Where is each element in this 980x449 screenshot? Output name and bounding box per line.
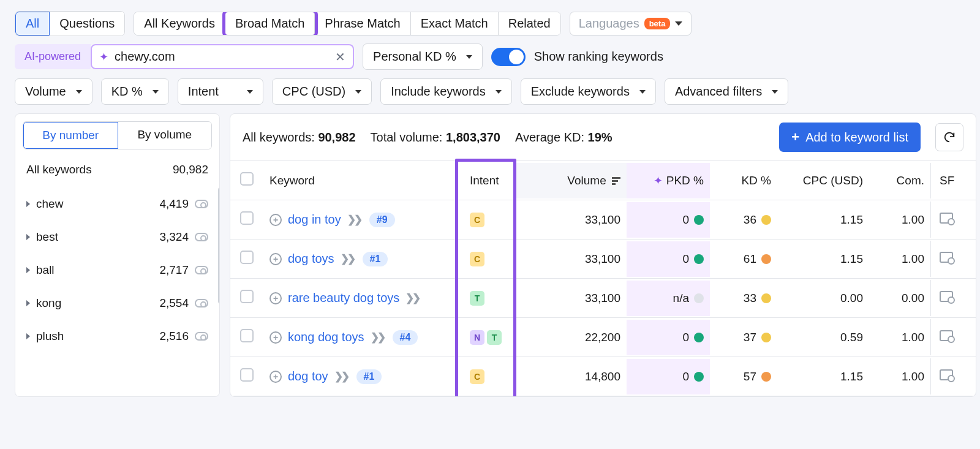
keyword-link[interactable]: dog toy: [288, 369, 328, 383]
chevron-down-icon: [247, 90, 253, 94]
cell-cpc: 1.15: [777, 241, 869, 277]
serp-features-icon[interactable]: [940, 213, 953, 224]
languages-label: Languages: [579, 17, 639, 31]
show-ranking-toggle[interactable]: [491, 48, 526, 66]
tab-all-keywords[interactable]: All Keywords: [134, 12, 225, 35]
expand-icon[interactable]: +: [270, 253, 282, 265]
sidebar-tab-by-volume[interactable]: By volume: [118, 122, 212, 149]
tab-broad-match[interactable]: Broad Match: [225, 12, 315, 35]
row-checkbox[interactable]: [240, 211, 254, 225]
eye-icon[interactable]: [195, 299, 208, 308]
keyword-groups-sidebar: By number By volume All keywords 90,982 …: [15, 113, 220, 397]
row-checkbox[interactable]: [240, 329, 254, 342]
col-keyword[interactable]: Keyword: [263, 163, 458, 198]
row-checkbox[interactable]: [240, 251, 254, 264]
sidebar-item-count: 2,516: [159, 330, 189, 343]
filter-include[interactable]: Include keywords: [380, 78, 512, 105]
eye-icon[interactable]: [195, 200, 208, 208]
expand-icon[interactable]: +: [270, 292, 282, 304]
filter-volume[interactable]: Volume: [15, 78, 92, 105]
sidebar-item-term: kong: [36, 296, 153, 310]
open-icon[interactable]: ❯❯: [371, 331, 384, 344]
open-icon[interactable]: ❯❯: [405, 292, 419, 304]
col-sf[interactable]: SF: [930, 163, 976, 198]
keyword-link[interactable]: rare beauty dog toys: [288, 291, 399, 305]
eye-icon[interactable]: [195, 266, 208, 274]
cell-kd: 33: [710, 281, 777, 316]
domain-input[interactable]: [115, 50, 329, 64]
sidebar-item[interactable]: chew 4,419: [21, 187, 213, 221]
col-cpc[interactable]: CPC (USD): [777, 163, 869, 198]
keyword-link[interactable]: kong dog toys: [288, 330, 364, 344]
col-intent[interactable]: Intent: [458, 163, 516, 198]
sidebar-item[interactable]: ball 2,717: [21, 254, 213, 287]
filters-toolbar: Volume KD % Intent CPC (USD) Include key…: [0, 76, 980, 113]
sidebar-scrollbar[interactable]: [218, 187, 220, 304]
filter-advanced[interactable]: Advanced filters: [665, 78, 788, 105]
intent-badge-t: T: [487, 330, 502, 345]
tab-all[interactable]: All: [15, 12, 50, 36]
row-checkbox[interactable]: [240, 290, 254, 303]
sidebar-item[interactable]: kong 2,554: [21, 287, 213, 320]
kd-dot: [761, 333, 771, 342]
intent-badge-t: T: [470, 291, 484, 306]
sidebar-tab-by-number[interactable]: By number: [23, 122, 118, 149]
serp-features-icon[interactable]: [940, 330, 953, 341]
table-row: + kong dog toys ❯❯ #4 NT 22,200 0 37 0.5…: [230, 318, 976, 357]
expand-icon[interactable]: +: [270, 371, 282, 383]
chevron-down-icon: [639, 90, 646, 94]
tab-questions[interactable]: Questions: [50, 12, 124, 36]
filter-exclude[interactable]: Exclude keywords: [521, 78, 656, 105]
sparkle-icon: ✦: [99, 50, 108, 64]
kd-dot: [761, 293, 771, 303]
personal-kd-dropdown[interactable]: Personal KD %: [363, 43, 483, 70]
eye-icon[interactable]: [195, 233, 208, 241]
serp-features-icon[interactable]: [940, 252, 953, 263]
row-checkbox[interactable]: [240, 368, 254, 382]
expand-icon[interactable]: +: [270, 331, 282, 344]
sidebar-item[interactable]: plush 2,516: [21, 320, 213, 353]
cell-cpc: 1.15: [777, 359, 869, 394]
cell-kd: 37: [710, 320, 777, 355]
col-pkd[interactable]: ✦ PKD %: [627, 163, 710, 198]
kd-dot: [761, 254, 771, 264]
clear-icon[interactable]: ✕: [335, 50, 345, 64]
filter-cpc[interactable]: CPC (USD): [272, 78, 372, 105]
tab-exact-match[interactable]: Exact Match: [411, 12, 499, 35]
filter-intent[interactable]: Intent: [178, 78, 263, 105]
open-icon[interactable]: ❯❯: [347, 213, 361, 226]
col-volume[interactable]: Volume: [516, 163, 627, 198]
cell-pkd: 0: [627, 241, 710, 277]
chevron-down-icon: [355, 90, 361, 94]
cell-com: 1.00: [869, 241, 930, 277]
sidebar-item-term: chew: [36, 197, 153, 211]
refresh-button[interactable]: [935, 123, 963, 151]
tab-phrase-match[interactable]: Phrase Match: [315, 12, 410, 35]
serp-features-icon[interactable]: [940, 291, 953, 302]
expand-icon[interactable]: +: [270, 214, 282, 226]
serp-features-icon[interactable]: [940, 369, 953, 380]
chevron-down-icon: [153, 90, 159, 94]
keyword-link[interactable]: dog in toy: [288, 213, 341, 227]
cell-cpc: 1.15: [777, 202, 869, 238]
pkd-dot: [694, 333, 704, 342]
intent-badge-n: N: [470, 330, 484, 345]
sidebar-item[interactable]: best 3,324: [21, 221, 213, 254]
sidebar-mode-tabs: By number By volume: [23, 121, 212, 149]
filter-kd[interactable]: KD %: [101, 78, 169, 105]
languages-dropdown[interactable]: Languages beta: [570, 12, 692, 36]
open-icon[interactable]: ❯❯: [334, 370, 348, 383]
open-icon[interactable]: ❯❯: [341, 252, 354, 265]
col-com[interactable]: Com.: [869, 163, 930, 198]
kd-dot: [761, 215, 771, 225]
keyword-link[interactable]: dog toys: [288, 252, 334, 266]
sidebar-all-keywords[interactable]: All keywords 90,982: [15, 152, 219, 187]
tab-related[interactable]: Related: [499, 12, 560, 35]
stat-average-kd: Average KD: 19%: [515, 130, 612, 145]
add-to-keyword-list-button[interactable]: + Add to keyword list: [779, 123, 921, 152]
col-kd[interactable]: KD %: [710, 163, 777, 198]
select-all-checkbox[interactable]: [240, 172, 254, 186]
eye-icon[interactable]: [195, 332, 208, 341]
sidebar-item-count: 3,324: [159, 230, 189, 244]
chevron-down-icon: [496, 90, 502, 94]
